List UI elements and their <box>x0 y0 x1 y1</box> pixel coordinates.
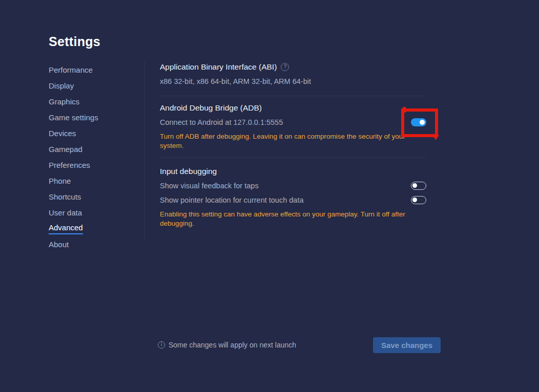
sidebar-item-gamepad[interactable]: Gamepad <box>49 141 136 157</box>
sidebar-divider <box>144 60 144 239</box>
sidebar-item-advanced[interactable]: Advanced <box>49 221 136 236</box>
toggle-knob <box>412 198 417 202</box>
pointer-location-toggle[interactable] <box>411 196 426 204</box>
adb-warning: Turn off ADB after debugging. Leaving it… <box>160 132 426 150</box>
adb-description: Connect to Android at 127.0.0.1:5555 <box>160 118 283 126</box>
sidebar-item-display[interactable]: Display <box>49 78 136 94</box>
settings-window: Settings Performance Display Graphics Ga… <box>0 0 539 392</box>
abi-title-text: Application Binary Interface (ABI) <box>160 61 277 73</box>
footer-note-text: Some changes will apply on next launch <box>169 341 296 349</box>
adb-section-title: Android Debug Bridge (ADB) <box>160 102 426 114</box>
advanced-settings-panel: Application Binary Interface (ABI) ? x86… <box>160 61 426 228</box>
section-divider <box>160 96 426 96</box>
visual-feedback-toggle[interactable] <box>411 182 426 190</box>
sidebar-item-preferences[interactable]: Preferences <box>49 157 136 173</box>
input-debugging-title-text: Input debugging <box>160 166 217 177</box>
toggle-knob <box>420 120 425 125</box>
sidebar-item-performance[interactable]: Performance <box>49 62 136 78</box>
visual-feedback-label: Show visual feedback for taps <box>160 182 259 190</box>
input-debugging-section-title: Input debugging <box>160 166 426 177</box>
adb-toggle[interactable] <box>411 118 426 126</box>
sidebar-item-phone[interactable]: Phone <box>49 173 136 189</box>
abi-value: x86 32-bit, x86 64-bit, ARM 32-bit, ARM … <box>160 76 426 86</box>
adb-row: Connect to Android at 127.0.0.1:5555 <box>160 117 426 127</box>
toggle-knob <box>412 183 417 188</box>
settings-sidebar: Performance Display Graphics Game settin… <box>49 62 136 252</box>
sidebar-item-about[interactable]: About <box>49 236 136 252</box>
save-changes-button[interactable]: Save changes <box>373 337 441 353</box>
pointer-location-label: Show pointer location for current touch … <box>160 196 304 204</box>
input-debugging-warning: Enabling this setting can have adverse e… <box>160 210 426 228</box>
adb-title-text: Android Debug Bridge (ADB) <box>160 102 262 114</box>
info-icon: i <box>158 341 165 349</box>
footer-note: i Some changes will apply on next launch <box>158 341 296 349</box>
sidebar-item-graphics[interactable]: Graphics <box>49 94 136 110</box>
page-title: Settings <box>49 34 100 49</box>
help-icon[interactable]: ? <box>281 63 289 71</box>
sidebar-item-shortcuts[interactable]: Shortcuts <box>49 189 136 205</box>
visual-feedback-row: Show visual feedback for taps <box>160 181 426 191</box>
abi-section-title: Application Binary Interface (ABI) ? <box>160 61 426 73</box>
section-divider <box>160 157 426 158</box>
sidebar-item-game-settings[interactable]: Game settings <box>49 110 136 125</box>
sidebar-item-devices[interactable]: Devices <box>49 125 136 141</box>
sidebar-item-user-data[interactable]: User data <box>49 205 136 221</box>
pointer-location-row: Show pointer location for current touch … <box>160 195 426 205</box>
